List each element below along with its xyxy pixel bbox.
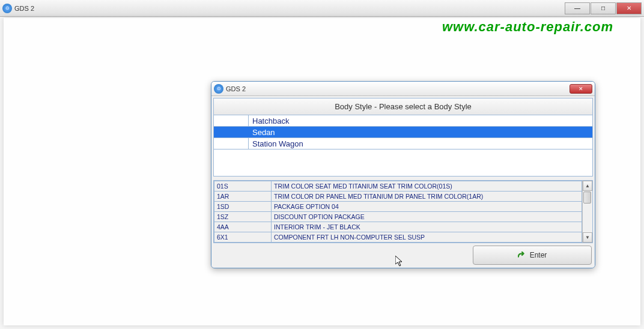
options-row[interactable]: 1AR TRIM COLOR DR PANEL MED TITANIUM DR … (214, 192, 582, 202)
option-code: 1AR (214, 192, 272, 202)
option-code: 1SZ (214, 212, 272, 222)
option-description: TRIM COLOR DR PANEL MED TITANIUM DR PANE… (272, 192, 582, 202)
options-table-container: 01S TRIM COLOR SEAT MED TITANIUM SEAT TR… (213, 180, 593, 243)
main-titlebar[interactable]: ⊙ GDS 2 (0, 0, 644, 17)
dialog-titlebar[interactable]: ⊙ GDS 2 ✕ (211, 82, 595, 96)
option-code: 01S (214, 181, 272, 192)
dialog-close-button[interactable]: ✕ (570, 84, 592, 94)
main-window: ⊙ GDS 2 www.car-auto-repair.com ⊙ GDS 2 … (0, 0, 644, 329)
enter-button-label: Enter (530, 251, 547, 259)
options-scrollbar[interactable]: ▲ ▼ (582, 181, 592, 243)
maximize-button[interactable] (591, 2, 616, 14)
option-description: PACKAGE OPTION 04 (272, 202, 582, 212)
options-row[interactable]: 01S TRIM COLOR SEAT MED TITANIUM SEAT TR… (214, 181, 582, 192)
options-row[interactable]: 1SZ DISCOUNT OPTION PACKAGE (214, 212, 582, 222)
minimize-button[interactable] (565, 2, 590, 14)
scroll-up-button[interactable]: ▲ (583, 181, 592, 191)
app-icon: ⊙ (2, 4, 12, 13)
option-description: COMPONENT FRT LH NON-COMPUTER SEL SUSP (272, 232, 582, 243)
options-row[interactable]: 6X1 COMPONENT FRT LH NON-COMPUTER SEL SU… (214, 232, 582, 243)
option-description: DISCOUNT OPTION PACKAGE (272, 212, 582, 222)
option-code: 1SD (214, 202, 272, 212)
enter-button[interactable]: Enter (473, 246, 592, 265)
options-row[interactable]: 1SD PACKAGE OPTION 04 (214, 202, 582, 212)
body-style-label: Sedan (249, 128, 592, 137)
option-description: INTERIOR TRIM - JET BLACK (272, 222, 582, 232)
option-code: 6X1 (214, 232, 272, 243)
dialog-prompt: Body Style - Please select a Body Style (213, 98, 593, 115)
option-code: 4AA (214, 222, 272, 232)
options-row[interactable]: 4AA INTERIOR TRIM - JET BLACK (214, 222, 582, 232)
arrow-right-icon (518, 251, 526, 259)
options-table: 01S TRIM COLOR SEAT MED TITANIUM SEAT TR… (214, 181, 582, 243)
main-window-controls (565, 2, 642, 14)
close-button[interactable] (616, 2, 642, 14)
body-style-dialog: ⊙ GDS 2 ✕ Body Style - Please select a B… (211, 81, 595, 268)
body-style-option-station-wagon[interactable]: Station Wagon (214, 138, 592, 149)
main-content: www.car-auto-repair.com ⊙ GDS 2 ✕ Body S… (4, 18, 640, 325)
option-description: TRIM COLOR SEAT MED TITANIUM SEAT TRIM C… (272, 181, 582, 192)
scroll-thumb[interactable] (583, 192, 591, 204)
body-style-option-hatchback[interactable]: Hatchback (214, 115, 592, 127)
body-style-label: Station Wagon (249, 139, 592, 148)
body-style-option-sedan[interactable]: Sedan (214, 127, 592, 138)
dialog-app-icon: ⊙ (214, 84, 223, 94)
body-style-list: Hatchback Sedan Station Wagon (213, 115, 593, 177)
watermark: www.car-auto-repair.com (442, 19, 613, 35)
dialog-title: GDS 2 (226, 85, 246, 92)
dialog-footer: Enter (213, 243, 593, 266)
main-window-title: GDS 2 (14, 5, 34, 12)
body-style-label: Hatchback (249, 116, 592, 125)
dialog-body: Body Style - Please select a Body Style … (211, 96, 595, 268)
scroll-down-button[interactable]: ▼ (583, 232, 592, 243)
